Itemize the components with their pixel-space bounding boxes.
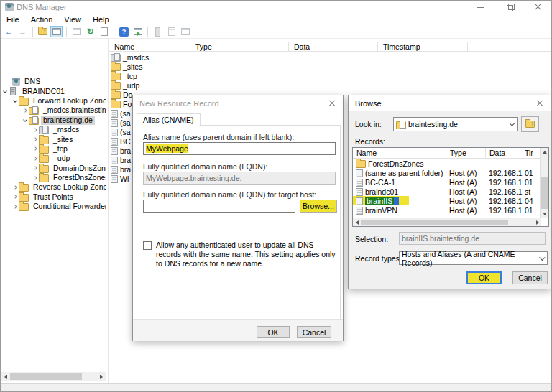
up-one-level-button[interactable]: ↑: [521, 116, 539, 132]
ok-button[interactable]: OK: [257, 326, 290, 338]
browse-row-forestdnszones[interactable]: ForestDnsZones: [353, 159, 548, 168]
tab-alias-cname[interactable]: Alias (CNAME): [137, 113, 201, 126]
chevron-right-icon[interactable]: [32, 177, 39, 179]
chevron-down-icon: [509, 120, 515, 126]
column-header-data[interactable]: Data: [289, 42, 378, 51]
chevron-right-icon[interactable]: [32, 157, 39, 160]
column-header-timestamp[interactable]: Tir: [523, 148, 539, 159]
tree-item-trust-points[interactable]: Trust Points: [1, 192, 106, 202]
chevron-right-icon[interactable]: [12, 186, 19, 189]
list-item[interactable]: _sites: [109, 62, 552, 71]
chevron-right-icon[interactable]: [32, 138, 39, 141]
list-item[interactable]: _udp: [109, 80, 552, 90]
scroll-up-icon[interactable]: [540, 148, 549, 157]
scrollbar-thumb[interactable]: [541, 177, 548, 209]
close-icon[interactable]: [321, 95, 343, 111]
scrollbar-thumb[interactable]: [10, 373, 82, 380]
alias-name-input[interactable]: MyWebpage: [143, 142, 336, 155]
column-header-name[interactable]: Name: [109, 42, 190, 51]
scroll-right-icon[interactable]: [533, 218, 541, 226]
help-icon[interactable]: ?: [118, 26, 130, 37]
tree-item-reverse-lookup-zones[interactable]: Reverse Lookup Zones: [1, 182, 106, 192]
show-console-tree-icon[interactable]: [50, 26, 63, 37]
folder-icon: [111, 63, 121, 71]
chevron-right-icon[interactable]: [32, 147, 39, 150]
server-view-icon[interactable]: [152, 26, 164, 37]
browse-row-brainiis-selected[interactable]: brainIIS Host (A) 192.168.19... 04: [353, 196, 548, 205]
tree-item-forward-lookup-zones[interactable]: Forward Lookup Zones: [1, 96, 106, 106]
zone-icon: [29, 107, 39, 115]
menu-action[interactable]: Action: [25, 15, 59, 24]
tree-item-msdcs-braintesting-de[interactable]: _msdcs.braintesting.de: [1, 106, 106, 115]
export-list-icon[interactable]: [98, 26, 110, 37]
browse-row-bc-ca-1[interactable]: BC-CA-1 Host (A) 192.168.19... 01: [353, 177, 548, 187]
menu-view[interactable]: View: [58, 15, 87, 24]
look-in-label: Look in:: [355, 120, 382, 129]
back-icon[interactable]: ←: [3, 26, 15, 37]
scrollbar-thumb[interactable]: [361, 220, 508, 225]
look-in-dropdown[interactable]: braintesting.de: [393, 117, 518, 131]
window-icon[interactable]: [70, 26, 83, 37]
toolbar: ← → ↑ ↻ ?: [1, 25, 552, 39]
record-icon: [111, 129, 118, 136]
scroll-left-icon[interactable]: [353, 218, 361, 226]
browse-vertical-scrollbar[interactable]: [540, 148, 548, 218]
chevron-right-icon[interactable]: [32, 129, 39, 131]
related-items-icon[interactable]: [179, 26, 191, 37]
tree-item-udp[interactable]: _udp: [1, 154, 106, 163]
list-view-icon[interactable]: [165, 26, 178, 37]
tree-item-braindc01[interactable]: BRAINDC01: [1, 86, 106, 95]
scroll-right-icon[interactable]: [96, 372, 106, 381]
column-header-type[interactable]: Type: [446, 148, 486, 159]
record-types-dropdown[interactable]: Hosts and Aliases (A and CNAME Records): [399, 251, 548, 265]
chevron-right-icon[interactable]: [12, 195, 19, 198]
cancel-button[interactable]: Cancel: [297, 326, 331, 338]
menu-file[interactable]: File: [1, 15, 25, 24]
allow-update-checkbox[interactable]: [143, 241, 152, 250]
browse-button[interactable]: Browse...: [300, 200, 337, 213]
tree-item-forestdnszones[interactable]: ForestDnsZones: [1, 173, 106, 182]
action-pane-icon[interactable]: [132, 26, 144, 37]
cancel-button[interactable]: Cancel: [512, 271, 548, 284]
scroll-left-icon[interactable]: [1, 372, 10, 381]
tree-horizontal-scrollbar[interactable]: [1, 372, 106, 381]
tree-item-dns[interactable]: DNS: [1, 77, 106, 86]
chevron-down-icon[interactable]: [12, 99, 19, 102]
browse-row-same-as-parent[interactable]: (same as parent folder) Host (A) 192.168…: [353, 168, 548, 177]
ok-button[interactable]: OK: [466, 271, 502, 284]
tree-item-msdcs[interactable]: _msdcs: [1, 125, 106, 134]
pane-divider[interactable]: [106, 39, 109, 383]
target-host-input[interactable]: [143, 200, 295, 213]
selection-input: brainIIS.braintesting.de: [399, 232, 546, 245]
list-item[interactable]: _tcp: [109, 71, 552, 80]
close-icon[interactable]: [529, 95, 551, 111]
scroll-down-icon[interactable]: [540, 210, 549, 218]
tree-item-tcp[interactable]: _tcp: [1, 144, 106, 154]
record-icon: [356, 188, 363, 196]
browse-horizontal-scrollbar[interactable]: [353, 218, 541, 226]
menu-help[interactable]: Help: [87, 15, 115, 24]
chevron-right-icon[interactable]: [22, 109, 29, 112]
refresh-icon[interactable]: ↻: [84, 26, 96, 37]
column-header-data[interactable]: Data: [486, 148, 523, 159]
chevron-right-icon[interactable]: [12, 205, 19, 208]
chevron-right-icon[interactable]: [32, 167, 39, 169]
up-one-level-icon[interactable]: ↑: [37, 26, 49, 37]
column-header-timestamp[interactable]: Timestamp: [378, 42, 468, 51]
chevron-down-icon[interactable]: [1, 90, 9, 93]
column-header-name[interactable]: Name: [353, 148, 446, 159]
tree-item-sites[interactable]: _sites: [1, 134, 106, 144]
list-item[interactable]: _msdcs: [109, 52, 552, 62]
restore-button[interactable]: [495, 1, 524, 14]
minimize-button[interactable]: [466, 1, 495, 14]
forward-icon[interactable]: →: [17, 26, 29, 37]
tree-item-braintesting-de[interactable]: braintesting.de: [1, 116, 106, 125]
browse-row-brainvpn[interactable]: brainVPN Host (A) 192.168.19... 01: [353, 205, 548, 215]
column-header-type[interactable]: Type: [190, 42, 289, 51]
chevron-down-icon[interactable]: [22, 118, 29, 121]
tree-item-domaindnszones[interactable]: DomainDnsZones: [1, 164, 106, 173]
new-resource-record-dialog: New Resource Record Alias (CNAME) Alias …: [132, 95, 344, 341]
close-button[interactable]: [524, 1, 552, 14]
browse-row-braindc01[interactable]: braindc01 Host (A) 192.168.19... st: [353, 187, 548, 196]
tree-item-conditional-forwarders[interactable]: Conditional Forwarders: [1, 202, 106, 211]
